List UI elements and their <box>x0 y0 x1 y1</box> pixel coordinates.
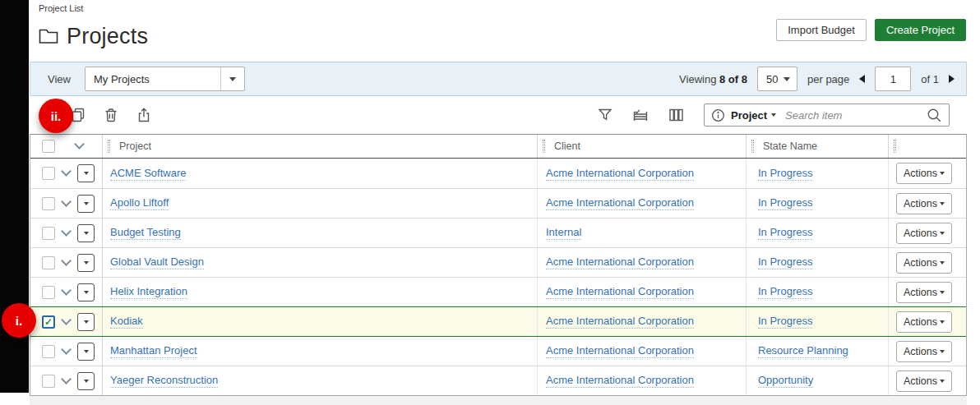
folder-icon <box>39 28 58 44</box>
client-link[interactable]: Acme International Corporation <box>546 285 694 299</box>
select-all-checkbox[interactable] <box>42 140 55 153</box>
actions-button-label: Actions <box>904 287 937 298</box>
page-size-select[interactable]: 50 <box>757 67 797 91</box>
row-menu-button[interactable] <box>77 313 95 331</box>
row-expand-chevron-icon[interactable] <box>61 255 72 266</box>
row-expand-chevron-icon[interactable] <box>61 196 72 207</box>
row-checkbox[interactable] <box>42 286 55 299</box>
row-menu-button[interactable] <box>77 372 95 390</box>
drag-handle-icon[interactable] <box>108 140 110 153</box>
row-checkbox[interactable] <box>42 256 55 269</box>
project-link[interactable]: Global Vault Design <box>110 255 204 269</box>
page-number-input[interactable] <box>875 67 911 91</box>
table-row: Manhattan Project Acme International Cor… <box>30 336 966 366</box>
row-expand-chevron-icon[interactable] <box>61 344 72 355</box>
column-header-actions[interactable] <box>889 135 966 158</box>
table-row: Global Vault Design Acme International C… <box>30 247 966 277</box>
row-actions-button[interactable]: Actions <box>896 311 952 333</box>
client-link[interactable]: Acme International Corporation <box>546 315 694 329</box>
row-actions-button[interactable]: Actions <box>896 163 952 184</box>
actions-button-label: Actions <box>904 346 937 357</box>
project-link[interactable]: Yaeger Reconstruction <box>110 374 218 388</box>
state-link[interactable]: In Progress <box>758 226 812 240</box>
search-placeholder: Search item <box>785 109 842 122</box>
pagination-controls: Viewing 8 of 8 50 per page of 1 <box>679 67 955 91</box>
table-row: Apollo Liftoff Acme International Corpor… <box>30 188 966 218</box>
row-actions-button[interactable]: Actions <box>896 193 952 214</box>
project-link[interactable]: Kodiak <box>110 315 143 329</box>
row-menu-button[interactable] <box>77 254 95 272</box>
project-link[interactable]: Manhattan Project <box>110 344 197 358</box>
row-menu-button[interactable] <box>77 224 95 242</box>
chevron-down-icon <box>940 202 945 205</box>
row-checkbox[interactable]: ✓ <box>42 315 55 329</box>
row-actions-button[interactable]: Actions <box>896 341 952 362</box>
state-link[interactable]: In Progress <box>758 196 812 210</box>
delete-icon[interactable] <box>104 108 118 122</box>
row-actions-button[interactable]: Actions <box>896 223 952 244</box>
client-link[interactable]: Acme International Corporation <box>546 374 694 388</box>
row-checkbox[interactable] <box>42 167 55 180</box>
row-expand-chevron-icon[interactable] <box>61 285 72 296</box>
view-select[interactable]: My Projects <box>85 67 245 91</box>
state-link[interactable]: Resource Planning <box>758 344 848 358</box>
drag-handle-icon[interactable] <box>894 140 896 153</box>
column-header-project[interactable]: Project <box>103 135 538 158</box>
row-expand-chevron-icon[interactable] <box>61 315 72 325</box>
chevron-down-icon <box>940 172 945 175</box>
row-menu-button[interactable] <box>77 343 95 361</box>
top-buttons: Import Budget Create Project <box>776 19 966 41</box>
project-link[interactable]: Helix Integration <box>110 285 187 299</box>
export-icon[interactable] <box>136 108 151 122</box>
row-expand-chevron-icon[interactable] <box>61 166 72 177</box>
row-checkbox[interactable] <box>42 345 55 358</box>
row-menu-button[interactable] <box>77 164 95 182</box>
state-link[interactable]: In Progress <box>758 285 812 299</box>
search-input[interactable]: Project Search item <box>704 104 950 127</box>
chevron-down-icon <box>940 291 945 294</box>
client-link[interactable]: Acme International Corporation <box>546 344 694 358</box>
row-checkbox[interactable] <box>42 227 55 240</box>
drag-handle-icon[interactable] <box>543 140 545 153</box>
projects-panel: View My Projects Viewing 8 of 8 50 per p… <box>30 62 967 405</box>
filter-icon[interactable] <box>598 108 612 122</box>
row-actions-button[interactable]: Actions <box>896 370 952 392</box>
column-header-client[interactable]: Client <box>538 135 747 158</box>
actions-button-label: Actions <box>904 375 937 387</box>
create-project-button[interactable]: Create Project <box>875 19 966 41</box>
project-link[interactable]: ACME Software <box>110 167 186 181</box>
state-link[interactable]: In Progress <box>758 255 812 269</box>
client-link[interactable]: Acme International Corporation <box>546 196 694 210</box>
columns-icon[interactable] <box>668 108 684 122</box>
project-link[interactable]: Budget Testing <box>110 226 181 240</box>
state-link[interactable]: In Progress <box>758 315 812 329</box>
state-link[interactable]: Opportunity <box>758 374 813 388</box>
client-link[interactable]: Acme International Corporation <box>546 255 694 269</box>
column-header-state[interactable]: State Name <box>747 135 889 158</box>
drag-handle-icon[interactable] <box>751 140 754 153</box>
search-icon[interactable] <box>927 108 942 123</box>
main-content: Project List Projects Import Budget Crea… <box>29 0 980 405</box>
next-page-button[interactable] <box>949 75 955 83</box>
row-checkbox[interactable] <box>42 197 55 210</box>
info-icon[interactable] <box>711 108 725 122</box>
client-link[interactable]: Internal <box>546 226 581 240</box>
client-link[interactable]: Acme International Corporation <box>546 167 694 181</box>
row-expand-chevron-icon[interactable] <box>61 226 72 237</box>
row-checkbox[interactable] <box>42 375 55 388</box>
row-actions-button[interactable]: Actions <box>896 252 952 274</box>
row-actions-button[interactable]: Actions <box>896 282 952 303</box>
prev-page-button[interactable] <box>859 75 865 83</box>
filter-list-icon[interactable] <box>632 108 649 122</box>
header-chevron-icon[interactable] <box>74 139 85 150</box>
search-scope-select[interactable]: Project <box>731 109 767 122</box>
import-budget-button[interactable]: Import Budget <box>776 19 867 41</box>
table-row: Yaeger Reconstruction Acme International… <box>30 366 966 395</box>
project-link[interactable]: Apollo Liftoff <box>110 196 169 210</box>
state-link[interactable]: In Progress <box>758 167 812 181</box>
row-expand-chevron-icon[interactable] <box>61 374 72 384</box>
breadcrumb[interactable]: Project List <box>29 0 980 14</box>
actions-button-label: Actions <box>904 198 937 209</box>
row-menu-button[interactable] <box>77 283 95 301</box>
row-menu-button[interactable] <box>77 195 95 213</box>
